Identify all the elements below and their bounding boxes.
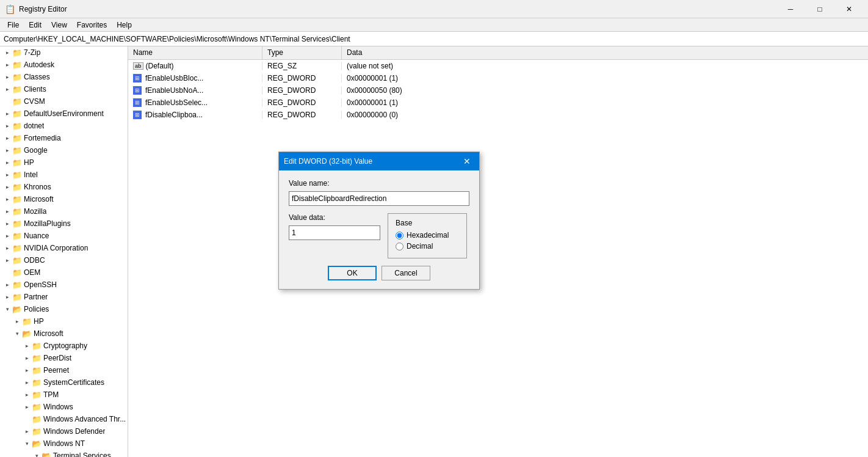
expand-btn-khronos[interactable] [2, 182, 12, 192]
right-panel: Name Type Data ab(Default)REG_SZ(value n… [128, 46, 868, 457]
tree-item-autodesk[interactable]: 📁Autodesk [0, 59, 128, 71]
hex-radio[interactable] [396, 232, 403, 239]
tree-item-fortemedia[interactable]: 📁Fortemedia [0, 132, 128, 144]
dialog-close-button[interactable]: ✕ [460, 154, 474, 169]
close-button[interactable]: ✕ [835, 0, 863, 18]
tree-item-cvsm[interactable]: 📁CVSM [0, 95, 128, 108]
dialog-title: Edit DWORD (32-bit) Value [284, 157, 372, 166]
tree-item-oem[interactable]: 📁OEM [0, 266, 128, 279]
expand-btn-microsoft[interactable] [2, 194, 12, 204]
tree-item-pol_ms_winadv[interactable]: 📁Windows Advanced Thr... [0, 413, 128, 425]
tree-item-pol_ms_tpm[interactable]: 📁TPM [0, 389, 128, 401]
tree-item-mozilla[interactable]: 📁Mozilla [0, 205, 128, 218]
expand-btn-pol_ms_windowsnt[interactable] [22, 439, 32, 448]
expand-btn-hp[interactable] [2, 158, 12, 167]
expand-btn-autodesk[interactable] [2, 60, 12, 70]
folder-icon-mozillaplugins: 📁 [12, 219, 22, 228]
expand-btn-google[interactable] [2, 145, 12, 155]
expand-btn-7zip[interactable] [2, 48, 12, 57]
tree-item-intel[interactable]: 📁Intel [0, 169, 128, 181]
tree-item-pol_ms_windows[interactable]: 📁Windows [0, 401, 128, 413]
expand-btn-clients[interactable] [2, 84, 12, 94]
folder-icon-autodesk: 📁 [12, 60, 22, 70]
tree-item-pol_ms_termsvcs[interactable]: 📂Terminal Services [0, 450, 128, 457]
tree-item-7zip[interactable]: 📁7-Zip [0, 46, 128, 59]
tree-item-openssh[interactable]: 📁OpenSSH [0, 279, 128, 291]
expand-btn-nuance[interactable] [2, 231, 12, 241]
folder-icon-defaultuser: 📁 [12, 109, 22, 119]
expand-btn-intel[interactable] [2, 170, 12, 180]
expand-btn-defaultuser[interactable] [2, 109, 12, 119]
tree-item-mozillaplugins[interactable]: 📁MozillaPlugins [0, 218, 128, 230]
tree-item-pol_ms_windef[interactable]: 📁Windows Defender [0, 425, 128, 437]
expand-btn-mozilla[interactable] [2, 207, 12, 216]
table-row[interactable]: ⊞fEnableUsbSelec...REG_DWORD0x00000001 (… [128, 97, 868, 109]
hex-radio-label[interactable]: Hexadecimal [396, 231, 459, 239]
tree-item-classes[interactable]: 📁Classes [0, 71, 128, 83]
ok-button[interactable]: OK [328, 266, 377, 280]
dec-radio[interactable] [396, 243, 403, 250]
expand-btn-pol_ms_tpm[interactable] [22, 390, 32, 400]
menu-file[interactable]: File [2, 20, 24, 31]
tree-item-odbc[interactable]: 📁ODBC [0, 254, 128, 266]
minimize-button[interactable]: ─ [776, 0, 805, 18]
menu-edit[interactable]: Edit [24, 20, 46, 31]
expand-btn-openssh[interactable] [2, 280, 12, 290]
cancel-button[interactable]: Cancel [382, 266, 430, 280]
dec-radio-label[interactable]: Decimal [396, 242, 459, 250]
menu-view[interactable]: View [46, 20, 72, 31]
tree-item-pol_microsoft[interactable]: 📂Microsoft [0, 327, 128, 340]
menu-bar: File Edit View Favorites Help [0, 18, 868, 32]
folder-icon-pol_ms_tpm: 📁 [32, 390, 42, 400]
expand-btn-nvidia[interactable] [2, 243, 12, 253]
tree-item-nuance[interactable]: 📁Nuance [0, 230, 128, 242]
expand-btn-pol_microsoft[interactable] [12, 329, 22, 338]
tree-item-pol_ms_crypto[interactable]: 📁Cryptography [0, 340, 128, 352]
tree-item-nvidia[interactable]: 📁NVIDIA Corporation [0, 242, 128, 254]
table-row[interactable]: ab(Default)REG_SZ(value not set) [128, 60, 868, 72]
tree-item-dotnet[interactable]: 📁dotnet [0, 120, 128, 132]
folder-icon-pol_ms_peerdist: 📁 [32, 354, 42, 363]
expand-btn-pol_hp[interactable] [12, 316, 22, 326]
expand-btn-pol_ms_crypto[interactable] [22, 341, 32, 351]
expand-btn-pol_ms_syscerts[interactable] [22, 378, 32, 387]
value-data-input[interactable] [289, 225, 380, 240]
expand-btn-pol_ms_peernet[interactable] [22, 365, 32, 375]
cell-data-0: (value not set) [342, 62, 868, 70]
menu-help[interactable]: Help [112, 20, 137, 31]
tree-item-pol_ms_syscerts[interactable]: 📁SystemCertificates [0, 376, 128, 389]
expand-btn-pol_ms_peerdist[interactable] [22, 353, 32, 363]
tree-item-microsoft[interactable]: 📁Microsoft [0, 193, 128, 205]
expand-btn-fortemedia[interactable] [2, 133, 12, 143]
expand-btn-pol_ms_windows[interactable] [22, 402, 32, 412]
expand-btn-dotnet[interactable] [2, 121, 12, 131]
tree-item-pol_ms_peernet[interactable]: 📁Peernet [0, 364, 128, 376]
folder-icon-pol_ms_windows: 📁 [32, 403, 42, 412]
tree-item-pol_hp[interactable]: 📁HP [0, 315, 128, 327]
value-name-input[interactable] [289, 191, 469, 206]
expand-btn-policies[interactable] [2, 304, 12, 314]
tree-item-google[interactable]: 📁Google [0, 144, 128, 156]
expand-btn-pol_ms_termsvcs[interactable] [32, 451, 42, 457]
folder-icon-dotnet: 📁 [12, 122, 22, 131]
tree-item-pol_ms_windowsnt[interactable]: 📂Windows NT [0, 437, 128, 450]
tree-item-defaultuser[interactable]: 📁DefaultUserEnvironment [0, 108, 128, 120]
tree-item-clients[interactable]: 📁Clients [0, 83, 128, 95]
col-header-type: Type [262, 46, 342, 59]
table-row[interactable]: ⊞fDisableClipboa...REG_DWORD0x00000000 (… [128, 109, 868, 121]
tree-item-hp[interactable]: 📁HP [0, 156, 128, 169]
tree-item-partner[interactable]: 📁Partner [0, 291, 128, 303]
expand-btn-pol_ms_windef[interactable] [22, 426, 32, 436]
folder-icon-clients: 📁 [12, 85, 22, 94]
expand-btn-mozillaplugins[interactable] [2, 219, 12, 228]
maximize-button[interactable]: □ [806, 0, 834, 18]
table-row[interactable]: ⊞fEnableUsbNoA...REG_DWORD0x00000050 (80… [128, 84, 868, 97]
tree-item-pol_ms_peerdist[interactable]: 📁PeerDist [0, 352, 128, 364]
tree-item-khronos[interactable]: 📁Khronos [0, 181, 128, 193]
expand-btn-partner[interactable] [2, 292, 12, 302]
table-row[interactable]: ⊞fEnableUsbBloc...REG_DWORD0x00000001 (1… [128, 72, 868, 84]
tree-item-policies[interactable]: 📂Policies [0, 303, 128, 315]
expand-btn-odbc[interactable] [2, 255, 12, 265]
menu-favorites[interactable]: Favorites [72, 20, 112, 31]
expand-btn-classes[interactable] [2, 72, 12, 82]
